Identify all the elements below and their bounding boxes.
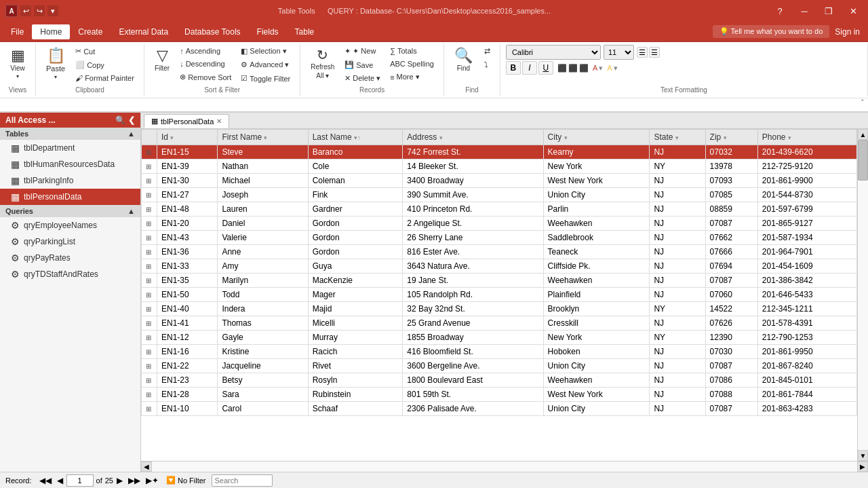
table-row[interactable]: ⊞ EN1-39 Nathan Cole 14 Bleeker St. New …: [142, 159, 857, 174]
col-phone[interactable]: Phone ▾: [757, 130, 856, 145]
replace-button[interactable]: ⇄: [480, 45, 494, 58]
col-id[interactable]: Id ▾: [157, 130, 218, 145]
menu-table[interactable]: Table: [287, 24, 323, 39]
expand-cell[interactable]: ⊞: [142, 231, 157, 245]
col-firstname[interactable]: First Name ▾: [218, 130, 308, 145]
spelling-button[interactable]: ABC Spelling: [386, 58, 438, 70]
nav-last-button[interactable]: ▶▶: [126, 475, 142, 486]
expand-cell[interactable]: ⊞: [142, 316, 157, 331]
table-row[interactable]: ⊞ EN1-27 Joseph Fink 390 Summit Ave. Uni…: [142, 188, 857, 202]
expand-cell[interactable]: ⊞: [142, 302, 157, 316]
nav-item-tblhumanresources[interactable]: ▦ tblHumanResourcesData: [0, 156, 140, 172]
tell-me-box[interactable]: 💡 Tell me what you want to do: [713, 25, 830, 38]
expand-icon[interactable]: ⊞: [146, 206, 151, 213]
align-left-button[interactable]: ⬛: [557, 64, 567, 73]
expand-cell[interactable]: ⊞: [142, 402, 157, 416]
ascending-button[interactable]: ↑ Ascending: [176, 45, 235, 57]
save-button[interactable]: 💾 Save: [340, 58, 384, 71]
expand-cell[interactable]: ⊞: [142, 202, 157, 217]
expand-icon[interactable]: ⊞: [146, 305, 151, 313]
totals-button[interactable]: ∑ Totals: [386, 45, 438, 57]
font-selector[interactable]: Calibri: [506, 45, 601, 60]
bg-color-button[interactable]: A: [607, 64, 612, 72]
list-icon-1[interactable]: ☰: [637, 47, 648, 58]
expand-icon[interactable]: ⊞: [146, 405, 151, 413]
expand-icon[interactable]: ⊞: [146, 362, 151, 370]
align-center-button[interactable]: ⬛: [568, 64, 578, 73]
tab-close-icon[interactable]: ✕: [216, 117, 222, 125]
undo-button[interactable]: ↩: [20, 5, 31, 16]
menu-external-data[interactable]: External Data: [111, 24, 176, 39]
horizontal-scrollbar[interactable]: ◀ ▶: [141, 461, 868, 472]
expand-icon[interactable]: ⊞: [146, 320, 151, 327]
tab-tblpersonaldata[interactable]: ▦ tblPersonalData ✕: [144, 114, 229, 128]
expand-cell[interactable]: ⊞: [142, 331, 157, 345]
nav-search-icon[interactable]: 🔍: [115, 115, 125, 125]
sign-in-button[interactable]: Sign in: [829, 24, 865, 39]
quick-access-button[interactable]: ▾: [47, 5, 58, 16]
underline-button[interactable]: U: [538, 61, 553, 75]
close-button[interactable]: ✕: [844, 3, 863, 18]
expand-cell[interactable]: ⊞: [142, 388, 157, 402]
toggle-filter-button[interactable]: ☑ Toggle Filter: [237, 72, 294, 85]
nav-prev-button[interactable]: ◀: [55, 475, 65, 486]
expand-icon[interactable]: ⊞: [146, 220, 151, 227]
record-number-input[interactable]: [66, 474, 94, 487]
filter-status[interactable]: 🔽 No Filter: [166, 476, 206, 485]
expand-cell[interactable]: ⊞: [142, 217, 157, 231]
expand-icon[interactable]: ⊞: [146, 234, 151, 242]
nav-collapse-icon[interactable]: ❮: [128, 115, 135, 125]
help-button[interactable]: ?: [770, 3, 789, 18]
ribbon-expand-icon[interactable]: ⌃: [860, 98, 865, 105]
menu-home[interactable]: Home: [32, 24, 70, 39]
table-row[interactable]: ⊞ EN1-43 Valerie Gordon 26 Sherry Lane S…: [142, 231, 857, 245]
scroll-up-button[interactable]: ▲: [858, 129, 868, 140]
h-scroll-track[interactable]: [152, 462, 857, 472]
view-button[interactable]: ▦ View ▾: [5, 45, 30, 83]
restore-button[interactable]: ❐: [819, 3, 838, 18]
menu-create[interactable]: Create: [70, 24, 111, 39]
nav-first-button[interactable]: ◀◀: [37, 475, 54, 486]
copy-button[interactable]: ⬜ Copy: [71, 58, 138, 71]
table-row[interactable]: ⊞ EN1-23 Betsy Rosyln 1800 Boulevard Eas…: [142, 373, 857, 388]
nav-item-qryparkinglist[interactable]: ⚙ qryParkingList: [0, 233, 140, 250]
expand-cell[interactable]: ⊞: [142, 188, 157, 202]
new-record-button[interactable]: ✦ ✦ New: [340, 45, 384, 58]
queries-section-header[interactable]: Queries ▲: [0, 205, 140, 217]
descending-button[interactable]: ↓ Descending: [176, 58, 235, 70]
expand-icon[interactable]: ⊞: [146, 348, 151, 356]
italic-button[interactable]: I: [522, 61, 537, 75]
nav-item-qrypayrates[interactable]: ⚙ qryPayRates: [0, 250, 140, 266]
table-row[interactable]: ⊞ EN1-41 Thomas Micelli 25 Grand Avenue …: [142, 316, 857, 331]
expand-cell[interactable]: ⊞: [142, 174, 157, 188]
font-size-selector[interactable]: 11: [604, 45, 634, 60]
list-icon-2[interactable]: ☰: [649, 47, 660, 58]
format-painter-button[interactable]: 🖌 Format Painter: [71, 72, 138, 84]
remove-sort-button[interactable]: ⊗ Remove Sort: [176, 71, 235, 83]
col-zip[interactable]: Zip ▾: [705, 130, 757, 145]
expand-icon[interactable]: ⊞: [146, 377, 151, 384]
table-row[interactable]: ⊞ EN1-15 Steve Baranco 742 Forrest St. K…: [142, 145, 857, 159]
tables-section-header[interactable]: Tables ▲: [0, 128, 140, 140]
table-row[interactable]: ⊞ EN1-36 Anne Gordon 816 Ester Ave. Tean…: [142, 245, 857, 259]
expand-icon[interactable]: ⊞: [146, 334, 151, 341]
table-row[interactable]: ⊞ EN1-10 Carol Schaaf 2306 Palisade Ave.…: [142, 402, 857, 416]
selection-button[interactable]: ◧ Selection ▾: [237, 45, 294, 58]
delete-button[interactable]: ✕ Delete ▾: [340, 72, 384, 85]
table-row[interactable]: ⊞ EN1-16 Kristine Racich 416 Bloomfield …: [142, 345, 857, 359]
expand-icon[interactable]: ⊞: [146, 163, 151, 170]
bold-button[interactable]: B: [506, 61, 521, 75]
expand-icon[interactable]: ⊞: [146, 177, 151, 185]
paste-button[interactable]: 📋 Paste ▾: [41, 45, 70, 83]
bg-color-arrow[interactable]: ▾: [614, 64, 618, 73]
nav-item-tblparkinginfo[interactable]: ▦ tblParkingInfo: [0, 172, 140, 189]
col-city[interactable]: City ▾: [543, 130, 650, 145]
refresh-button[interactable]: ↻ Refresh All ▾: [306, 45, 339, 83]
scroll-thumb[interactable]: [858, 140, 868, 181]
table-row[interactable]: ⊞ EN1-50 Todd Mager 105 Randolph Rd. Pla…: [142, 288, 857, 302]
expand-cell[interactable]: ⊞: [142, 159, 157, 174]
expand-icon[interactable]: ⊞: [146, 291, 151, 299]
table-row[interactable]: ⊞ EN1-20 Daniel Gordon 2 Angelique St. W…: [142, 217, 857, 231]
scroll-down-button[interactable]: ▼: [858, 450, 868, 461]
expand-cell[interactable]: ⊞: [142, 259, 157, 274]
